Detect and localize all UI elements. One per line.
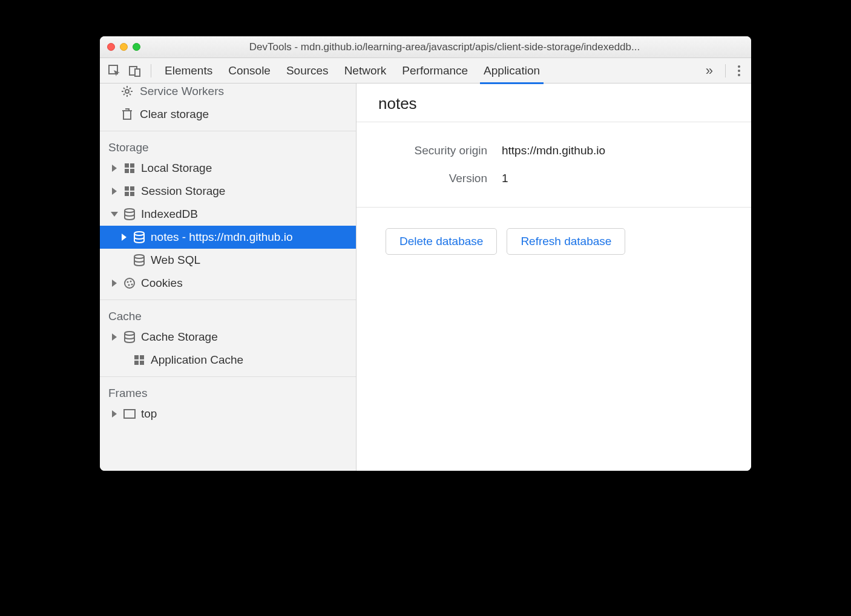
svg-rect-5 bbox=[130, 163, 134, 168]
sidebar-section-storage: Storage bbox=[100, 131, 356, 157]
security-origin-value: https://mdn.github.io bbox=[502, 144, 605, 157]
sidebar-item-label: Cache Storage bbox=[141, 330, 356, 344]
chevron-down-icon bbox=[111, 212, 118, 217]
sidebar-item-cookies[interactable]: Cookies bbox=[100, 272, 356, 295]
gear-icon bbox=[120, 85, 134, 98]
database-title: notes bbox=[356, 84, 751, 122]
traffic-lights bbox=[107, 43, 140, 51]
database-icon bbox=[123, 208, 136, 221]
svg-point-12 bbox=[125, 209, 134, 212]
close-window-button[interactable] bbox=[107, 43, 115, 51]
svg-rect-11 bbox=[130, 192, 134, 196]
svg-rect-9 bbox=[130, 186, 134, 191]
sidebar-item-label: top bbox=[141, 407, 356, 421]
tab-network[interactable]: Network bbox=[343, 59, 388, 82]
refresh-database-button[interactable]: Refresh database bbox=[507, 228, 625, 255]
toolbar-separator bbox=[151, 64, 151, 77]
tab-application[interactable]: Application bbox=[482, 59, 541, 82]
chevron-right-icon bbox=[112, 188, 117, 195]
sidebar-item-clear-storage[interactable]: Clear storage bbox=[100, 103, 356, 126]
window-title: DevTools - mdn.github.io/learning-area/j… bbox=[145, 41, 744, 53]
version-value: 1 bbox=[502, 172, 508, 185]
sidebar-item-label: IndexedDB bbox=[141, 208, 356, 221]
chevron-right-icon bbox=[112, 410, 117, 418]
security-origin-label: Security origin bbox=[356, 144, 502, 157]
sidebar-item-label: Application Cache bbox=[151, 353, 356, 367]
device-toggle-icon[interactable] bbox=[126, 62, 143, 79]
svg-rect-8 bbox=[125, 186, 129, 191]
sidebar-item-service-workers[interactable]: Service Workers bbox=[100, 84, 356, 103]
titlebar: DevTools - mdn.github.io/learning-area/j… bbox=[100, 36, 751, 58]
sidebar-item-session-storage[interactable]: Session Storage bbox=[100, 180, 356, 203]
minimize-window-button[interactable] bbox=[120, 43, 128, 51]
main-panel: notes Security origin https://mdn.github… bbox=[356, 84, 751, 471]
svg-point-3 bbox=[125, 90, 129, 93]
sidebar-item-application-cache[interactable]: Application Cache bbox=[100, 349, 356, 372]
toolbar-separator bbox=[725, 64, 726, 77]
svg-point-16 bbox=[127, 281, 129, 283]
info-row-version: Version 1 bbox=[356, 165, 751, 192]
devtools-toolbar: Elements Console Sources Network Perform… bbox=[100, 58, 751, 84]
frame-icon bbox=[123, 407, 136, 421]
grid-icon bbox=[133, 353, 146, 367]
inspect-element-icon[interactable] bbox=[106, 62, 123, 79]
info-row-security-origin: Security origin https://mdn.github.io bbox=[356, 137, 751, 165]
svg-point-18 bbox=[128, 284, 130, 286]
panel-body: Service Workers Clear storage Storage Lo… bbox=[100, 84, 751, 471]
grid-icon bbox=[123, 185, 136, 198]
svg-rect-21 bbox=[134, 355, 139, 359]
tab-elements[interactable]: Elements bbox=[163, 59, 214, 82]
chevron-right-icon bbox=[122, 234, 126, 241]
settings-menu-icon[interactable] bbox=[733, 65, 745, 76]
grid-icon bbox=[123, 162, 136, 175]
sidebar-item-local-storage[interactable]: Local Storage bbox=[100, 157, 356, 180]
sidebar-item-cache-storage[interactable]: Cache Storage bbox=[100, 326, 356, 349]
chevron-right-icon bbox=[112, 333, 117, 341]
tabs-overflow-icon[interactable]: » bbox=[701, 63, 718, 79]
database-actions: Delete database Refresh database bbox=[356, 208, 751, 255]
devtools-window: DevTools - mdn.github.io/learning-area/j… bbox=[100, 36, 751, 471]
svg-rect-25 bbox=[124, 410, 135, 418]
sidebar-item-frame-top[interactable]: top bbox=[100, 402, 356, 425]
svg-point-14 bbox=[134, 255, 144, 258]
svg-rect-22 bbox=[140, 355, 144, 359]
maximize-window-button[interactable] bbox=[133, 43, 140, 51]
sidebar-item-web-sql[interactable]: Web SQL bbox=[100, 249, 356, 272]
database-icon bbox=[123, 330, 136, 344]
trash-icon bbox=[120, 108, 134, 121]
sidebar-item-label: Clear storage bbox=[140, 108, 209, 121]
svg-rect-23 bbox=[134, 361, 139, 365]
sidebar-item-label: Local Storage bbox=[141, 162, 356, 175]
svg-rect-10 bbox=[125, 192, 129, 196]
database-info: Security origin https://mdn.github.io Ve… bbox=[356, 122, 751, 208]
svg-rect-24 bbox=[140, 361, 144, 365]
svg-point-20 bbox=[125, 332, 134, 335]
svg-rect-7 bbox=[130, 169, 134, 173]
delete-database-button[interactable]: Delete database bbox=[386, 228, 497, 255]
cookie-icon bbox=[123, 277, 136, 290]
sidebar-item-label: Service Workers bbox=[140, 85, 224, 98]
svg-point-19 bbox=[131, 284, 133, 286]
svg-point-17 bbox=[130, 281, 132, 283]
application-sidebar: Service Workers Clear storage Storage Lo… bbox=[100, 84, 356, 471]
svg-point-15 bbox=[125, 278, 134, 288]
svg-rect-4 bbox=[125, 163, 129, 168]
sidebar-item-label: Session Storage bbox=[141, 185, 356, 198]
tab-sources[interactable]: Sources bbox=[285, 59, 330, 82]
svg-point-13 bbox=[134, 232, 144, 235]
chevron-right-icon bbox=[112, 165, 117, 172]
sidebar-item-indexeddb[interactable]: IndexedDB bbox=[100, 203, 356, 226]
svg-rect-2 bbox=[135, 69, 140, 76]
database-icon bbox=[133, 231, 146, 244]
panel-tabs: Elements Console Sources Network Perform… bbox=[163, 59, 697, 82]
version-label: Version bbox=[356, 172, 502, 185]
sidebar-item-indexeddb-notes[interactable]: notes - https://mdn.github.io bbox=[100, 226, 356, 249]
sidebar-item-label: Web SQL bbox=[151, 254, 356, 267]
sidebar-item-label: Cookies bbox=[141, 277, 356, 290]
tab-console[interactable]: Console bbox=[227, 59, 272, 82]
sidebar-item-label: notes - https://mdn.github.io bbox=[151, 231, 356, 244]
sidebar-section-frames: Frames bbox=[100, 376, 356, 402]
svg-rect-6 bbox=[125, 169, 129, 173]
chevron-right-icon bbox=[112, 280, 117, 287]
tab-performance[interactable]: Performance bbox=[401, 59, 469, 82]
